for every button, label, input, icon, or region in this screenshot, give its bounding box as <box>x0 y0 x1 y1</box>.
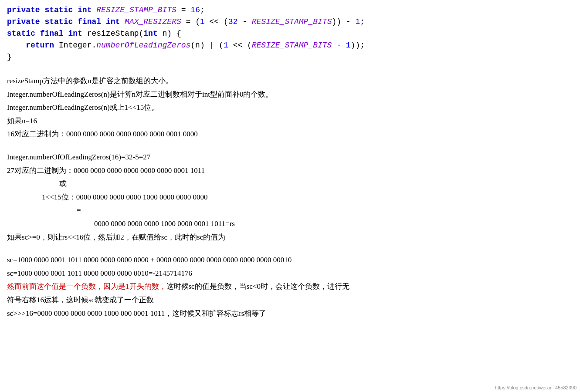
num-1c: 1 <box>224 41 228 50</box>
explanation-p6: Integer.numberOfOfLeadingZeros(16)=32-5=… <box>7 151 573 164</box>
code-section: private static int RESIZE_STAMP_BITS = 1… <box>7 4 573 63</box>
blank-line-1 <box>7 67 573 74</box>
kw-return: return <box>26 41 54 50</box>
kw-static-2: static <box>44 17 73 26</box>
num-1b: 1 <box>355 17 360 26</box>
blank-line-2 <box>7 143 573 151</box>
num-1d: 1 <box>346 41 351 50</box>
explanation-p9: 1<<15位：0000 0000 0000 0000 1000 0000 000… <box>7 191 573 204</box>
explanation-p12: 如果sc>=0，则让rs<<16位，然后加2，在赋值给sc，此时的sc的值为 <box>7 231 573 244</box>
var-max-resizers: MAX_RESIZERS <box>125 17 181 26</box>
kw-int-2: int <box>106 17 120 26</box>
explanation-p15-red: 然而前面这个值是一个负数，因为是1开头的数， <box>7 282 166 291</box>
explanation-p2: Integer.numberOfLeadingZeros(n)是计算n对应二进制… <box>7 88 573 101</box>
num-1: 1 <box>200 17 205 26</box>
kw-static-3: static <box>7 29 35 38</box>
var-rsb-3: RESIZE_STAMP_BITS <box>252 41 332 50</box>
explanation-section: resizeStamp方法中的参数n是扩容之前数组的大小。 Integer.nu… <box>7 74 573 141</box>
explanation-p4: 如果n=16 <box>7 115 573 128</box>
method-nolz: numberOfLeadingZeros <box>96 41 190 50</box>
explanation-p13: sc=1000 0000 0001 1011 0000 0000 0000 00… <box>7 253 573 267</box>
kw-private-2: private <box>7 17 40 26</box>
explanation-p11: 0000 0000 0000 0000 1000 0000 0001 1011=… <box>7 217 573 231</box>
explanation-p16: 符号右移16运算，这时候sc就变成了一个正数 <box>7 294 573 307</box>
explanation-p14: sc=1000 0000 0001 1011 0000 0000 0000 00… <box>7 267 573 280</box>
explanation-p17: sc>>>16=0000 0000 0000 0000 1000 000 000… <box>7 307 573 321</box>
kw-int-1: int <box>78 6 92 14</box>
kw-int-4: int <box>143 29 157 38</box>
explanation-section-2: Integer.numberOfOfLeadingZeros(16)=32-5=… <box>7 151 573 244</box>
explanation-p5: 16对应二进制为：0000 0000 0000 0000 0000 0000 0… <box>7 128 573 141</box>
kw-static: static <box>44 6 73 14</box>
code-line-4: return Integer.numberOfLeadingZeros(n) |… <box>7 40 573 51</box>
blank-line-3 <box>7 246 573 253</box>
code-line-1: private static int RESIZE_STAMP_BITS = 1… <box>7 4 573 16</box>
explanation-p3: Integer.numberOfLeadingZeros(n)或上1<<15位。 <box>7 101 573 115</box>
explanation-p8: 或 <box>7 177 573 191</box>
kw-int-3: int <box>68 29 82 38</box>
code-line-2: private static final int MAX_RESIZERS = … <box>7 16 573 28</box>
num-16: 16 <box>190 6 200 14</box>
num-32: 32 <box>228 17 238 26</box>
explanation-p15-black: 这时候sc的值是负数，当sc<0时，会让这个负数，进行无 <box>166 282 349 291</box>
kw-final-2: final <box>40 29 64 38</box>
var-resize-stamp-bits: RESIZE_STAMP_BITS <box>96 6 176 14</box>
explanation-p15: 然而前面这个值是一个负数，因为是1开头的数，这时候sc的值是负数，当sc<0时，… <box>7 280 573 294</box>
explanation-section-3: sc=1000 0000 0001 1011 0000 0000 0000 00… <box>7 253 573 320</box>
code-line-3: static final int resizeStamp(int n) { <box>7 28 573 40</box>
explanation-p7: 27对应的二进制为：0000 0000 0000 0000 0000 0000 … <box>7 164 573 178</box>
code-line-5: } <box>7 51 573 63</box>
kw-final: final <box>78 17 101 26</box>
kw-private: private <box>7 6 40 14</box>
var-rsb-2: RESIZE_STAMP_BITS <box>252 17 332 26</box>
explanation-p1: resizeStamp方法中的参数n是扩容之前数组的大小。 <box>7 74 573 88</box>
watermark: https://blog.csdn.net/weixin_45582390 <box>495 385 577 390</box>
explanation-p10: = <box>7 204 573 217</box>
